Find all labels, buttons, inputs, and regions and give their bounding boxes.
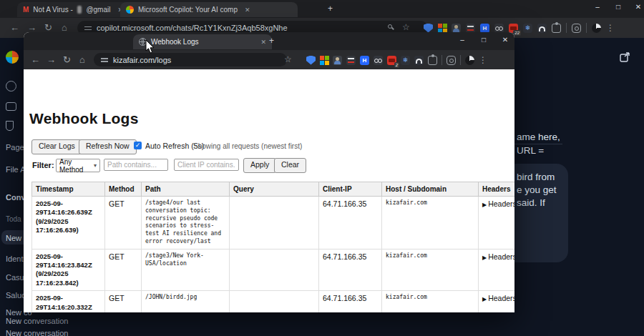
snowflake-extension-icon[interactable]: ❄ (401, 56, 410, 65)
home-icon[interactable]: ⌂ (62, 23, 67, 32)
menu-kebab-icon[interactable]: ⋮ (479, 56, 487, 64)
adblock-shield-icon[interactable] (306, 56, 316, 65)
mouse-cursor (145, 39, 157, 55)
clear-button[interactable]: Clear (274, 158, 306, 173)
col-method: Method (105, 182, 142, 197)
striped-extension-icon[interactable] (346, 56, 356, 65)
tab-search-icon[interactable] (447, 56, 456, 65)
extensions-puzzle-icon[interactable] (552, 24, 561, 33)
back-icon[interactable]: ← (31, 55, 40, 64)
table-row: 2025-09-29T14:16:23.842Z (9/29/2025 17:1… (32, 249, 515, 290)
sidebar-item-new-conversation[interactable]: New conversation (6, 329, 68, 336)
person-extension-icon[interactable] (333, 56, 342, 65)
gallery-icon[interactable] (6, 102, 16, 111)
cell-host: kizafair.com (382, 291, 479, 312)
profile-avatar[interactable] (592, 24, 601, 33)
adblock-shield-icon[interactable]: 7 (424, 24, 433, 33)
url-text: kizafair.com/logs (113, 56, 171, 64)
address-bar[interactable]: kizafair.com/logs (94, 53, 287, 66)
h-extension-icon[interactable]: H (480, 24, 489, 33)
sidebar-item-conversation[interactable]: Ident (6, 255, 23, 263)
minimize-button[interactable]: – (453, 36, 472, 44)
home-icon[interactable]: ⌂ (79, 55, 85, 64)
striped-extension-icon[interactable] (466, 24, 475, 33)
background-tab-gmail[interactable]: M Not A Virus - @gmail ✕ (17, 2, 129, 17)
page-title: Webhook Logs (29, 110, 139, 127)
tab-close-icon[interactable]: ✕ (245, 6, 250, 14)
site-settings-icon[interactable] (101, 56, 108, 63)
discover-icon[interactable] (6, 81, 16, 92)
copilot-logo (6, 51, 19, 64)
maximize-button[interactable]: □ (609, 3, 628, 11)
forward-icon[interactable]: → (27, 23, 36, 32)
clear-logs-button[interactable]: Clear Logs (31, 139, 82, 154)
person-extension-icon[interactable] (452, 24, 461, 33)
new-tab-button[interactable]: + (269, 36, 274, 46)
cell-host: kizafair.com (382, 249, 479, 290)
minimize-button[interactable]: – (588, 3, 607, 11)
cell-method: GET (105, 197, 142, 249)
extensions-puzzle-icon[interactable] (428, 56, 437, 65)
sidebar-item-pages[interactable]: Page (6, 143, 24, 152)
share-icon[interactable] (618, 50, 633, 64)
sidebar-item-conversation-active[interactable]: New (6, 234, 21, 242)
glasses-extension-icon[interactable] (494, 24, 504, 33)
table-header-row: Timestamp Method Path Query Client-IP Ho… (32, 182, 515, 197)
snowflake-extension-icon[interactable]: ❄ (523, 24, 532, 33)
sidebar-item-file[interactable]: File A (6, 165, 26, 174)
close-button[interactable]: ✕ (496, 36, 514, 44)
menu-kebab-icon[interactable]: ⋮ (606, 24, 615, 32)
back-icon[interactable]: ← (10, 23, 19, 32)
expand-triangle-icon: ▶ (482, 202, 487, 208)
col-host: Host / Subdomain (382, 182, 479, 197)
cell-query (230, 291, 319, 312)
divider (586, 23, 587, 33)
h-extension-icon[interactable]: H (360, 56, 369, 65)
auto-refresh-checkbox[interactable]: ✓ (134, 142, 142, 149)
bookmark-star-icon[interactable]: ☆ (284, 55, 292, 64)
expand-triangle-icon: ▶ (482, 255, 487, 261)
forward-icon[interactable]: → (47, 55, 56, 64)
lab-flask-icon[interactable] (6, 121, 14, 131)
method-select[interactable]: Any Method ▾ (56, 159, 100, 172)
apply-button[interactable]: Apply (243, 158, 276, 173)
divider (460, 55, 461, 65)
tab-title: Microsoft Copilot: Your AI comp (138, 6, 238, 14)
logs-table-container: Timestamp Method Path Query Client-IP Ho… (31, 182, 514, 312)
background-tab-copilot[interactable]: Microsoft Copilot: Your AI comp ✕ (120, 2, 298, 17)
arc-extension-icon[interactable] (537, 24, 547, 33)
microsoft-logo-icon[interactable] (438, 24, 447, 32)
headers-toggle[interactable]: ▶Headers (479, 197, 515, 249)
extensions-row: 7 H 22 ❄ ⋮ (424, 23, 615, 33)
cell-client-ip: 64.71.166.35 (319, 197, 382, 249)
gmail-icon: M (23, 6, 29, 14)
refresh-now-button[interactable]: Refresh Now (79, 139, 137, 154)
tab-search-icon[interactable] (572, 24, 581, 33)
path-filter-input[interactable] (104, 159, 168, 171)
site-settings-icon[interactable] (84, 25, 92, 31)
profile-avatar[interactable] (465, 56, 474, 65)
red-extension-icon[interactable]: 22 (509, 24, 518, 33)
maximize-button[interactable]: □ (474, 36, 493, 44)
new-tab-button[interactable]: + (328, 4, 333, 14)
close-button[interactable]: ✕ (629, 3, 644, 11)
headers-toggle[interactable]: ▶Headers (479, 291, 515, 312)
sidebar-item-conversation[interactable]: Saluc (6, 291, 26, 300)
red-extension-badge: 22 (513, 30, 521, 36)
col-client-ip: Client-IP (319, 182, 382, 197)
reload-icon[interactable]: ↻ (63, 55, 71, 64)
bookmark-star-icon[interactable]: ☆ (402, 23, 410, 31)
col-headers: Headers (479, 182, 515, 197)
sidebar-section-conversations: Conv (6, 193, 26, 202)
tab-close-icon[interactable]: ✕ (260, 39, 266, 46)
glasses-extension-icon[interactable] (374, 56, 383, 65)
sidebar-item-new-conversation[interactable]: New conversation (6, 317, 68, 325)
reload-icon[interactable]: ↻ (44, 23, 52, 32)
cell-timestamp: 2025-09-29T14:16:26.639Z (9/29/2025 17:1… (32, 197, 105, 249)
microsoft-logo-icon[interactable] (320, 56, 328, 64)
webhook-logs-window: Webhook Logs ✕ + – □ ✕ ← → ↻ ⌂ kizafair.… (24, 32, 514, 312)
ip-filter-input[interactable] (174, 159, 239, 171)
arc-extension-icon[interactable] (414, 56, 424, 65)
headers-toggle[interactable]: ▶Headers (479, 249, 515, 290)
red-extension-icon[interactable]: 2 (387, 56, 396, 65)
